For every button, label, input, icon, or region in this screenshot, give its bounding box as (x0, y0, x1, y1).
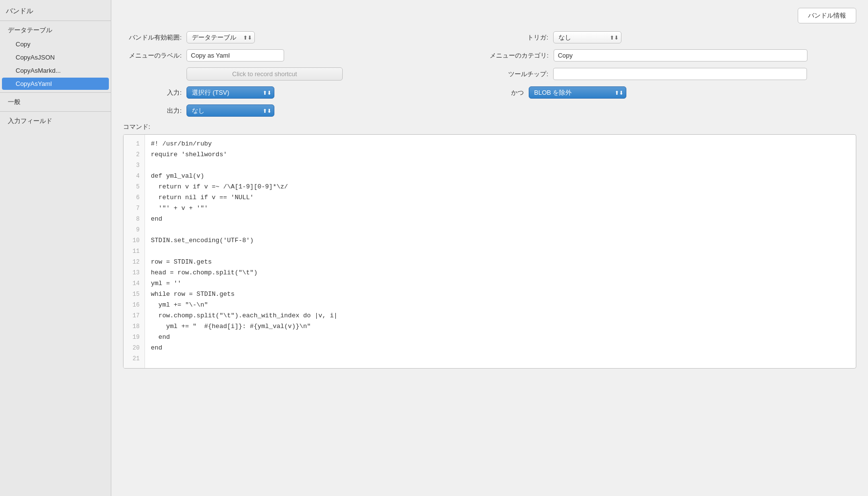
shortcut-control: Click to record shortcut (186, 67, 343, 81)
form-half-shortcut: Click to record shortcut (123, 67, 490, 81)
sidebar-divider-3 (0, 111, 111, 112)
menu-label-input[interactable] (186, 49, 284, 62)
input-filter-katu-label: かつ (490, 88, 529, 97)
form-row-menu: メニューのラベル: メニューのカテゴリ: (123, 49, 856, 62)
input-select[interactable]: 選択行 (TSV) (186, 86, 274, 99)
trigger-select-wrapper: なし ⬆⬇ (553, 31, 621, 43)
form-half-tooltip: ツールチップ: (490, 68, 856, 80)
sidebar-divider-2 (0, 92, 111, 93)
form-row-input: 入力: 選択行 (TSV) ⬆⬇ かつ BLOB を除外 (123, 86, 856, 99)
command-section: コマンド: 123456789101112131415161718192021 … (123, 123, 856, 369)
input-select-wrapper: 選択行 (TSV) ⬆⬇ (186, 86, 274, 99)
menu-label-label: メニューのラベル: (123, 51, 186, 60)
form-half-menu-category: メニューのカテゴリ: (490, 49, 856, 62)
input-label: 入力: (123, 88, 186, 97)
sidebar-item-copyasyaml[interactable]: CopyAsYaml (2, 78, 109, 90)
menu-category-control (554, 49, 807, 62)
line-numbers: 123456789101112131415161718192021 (124, 135, 145, 368)
input-control: 選択行 (TSV) ⬆⬇ (186, 86, 274, 99)
sidebar-section-datatable: データテーブル (0, 23, 111, 38)
scope-select[interactable]: データテーブル (186, 31, 255, 43)
tooltip-input[interactable] (553, 68, 807, 80)
bundle-info-button[interactable]: バンドル情報 (798, 8, 856, 23)
top-bar: バンドル情報 (123, 8, 856, 23)
form-half-input-filter: かつ BLOB を除外 ⬆⬇ (490, 86, 856, 99)
input-filter-select[interactable]: BLOB を除外 (529, 86, 626, 99)
output-control: なし ⬆⬇ (186, 104, 274, 117)
trigger-label: トリガ: (490, 33, 553, 42)
menu-category-input[interactable] (554, 49, 807, 62)
sidebar-top-label: バンドル (0, 4, 111, 19)
output-select[interactable]: なし (186, 104, 274, 117)
form-area: バンドル有効範囲: データテーブル ⬆⬇ トリガ: なし (123, 31, 856, 369)
scope-control: データテーブル ⬆⬇ (186, 31, 255, 43)
scope-label: バンドル有効範囲: (123, 33, 186, 42)
form-half-menu-label: メニューのラベル: (123, 49, 490, 62)
tooltip-label: ツールチップ: (490, 70, 553, 79)
code-content[interactable]: #! /usr/bin/ruby require 'shellwords' de… (145, 135, 856, 368)
scope-select-wrapper: データテーブル ⬆⬇ (186, 31, 255, 43)
form-half-trigger: トリガ: なし ⬆⬇ (490, 31, 856, 43)
sidebar-section-general: 一般 (0, 95, 111, 109)
sidebar-section-input-fields: 入力フィールド (0, 114, 111, 128)
output-select-wrapper: なし ⬆⬇ (186, 104, 274, 117)
sidebar: バンドル データテーブル Copy CopyAsJSON CopyAsMarkd… (0, 0, 111, 496)
form-half-input: 入力: 選択行 (TSV) ⬆⬇ (123, 86, 490, 99)
tooltip-control (553, 68, 807, 80)
input-filter-select-wrapper: BLOB を除外 ⬆⬇ (529, 86, 626, 99)
main-content: バンドル情報 バンドル有効範囲: データテーブル ⬆⬇ トリガ: (111, 0, 868, 496)
input-filter-control: BLOB を除外 ⬆⬇ (529, 86, 626, 99)
form-row-output: 出力: なし ⬆⬇ (123, 104, 856, 117)
menu-label-control (186, 49, 284, 62)
sidebar-item-copy[interactable]: Copy (2, 38, 109, 50)
sidebar-item-copyasmarkd[interactable]: CopyAsMarkd... (2, 64, 109, 77)
form-half-scope: バンドル有効範囲: データテーブル ⬆⬇ (123, 31, 490, 43)
shortcut-button[interactable]: Click to record shortcut (186, 67, 343, 81)
output-label: 出力: (123, 106, 186, 115)
sidebar-item-copyasjson[interactable]: CopyAsJSON (2, 51, 109, 63)
command-label: コマンド: (123, 123, 856, 131)
code-editor[interactable]: 123456789101112131415161718192021 #! /us… (123, 134, 856, 369)
form-row-scope-trigger: バンドル有効範囲: データテーブル ⬆⬇ トリガ: なし (123, 31, 856, 43)
trigger-control: なし ⬆⬇ (553, 31, 621, 43)
sidebar-divider-1 (0, 21, 111, 21)
form-row-shortcut-tooltip: Click to record shortcut ツールチップ: (123, 67, 856, 81)
trigger-select[interactable]: なし (553, 31, 621, 43)
menu-category-label: メニューのカテゴリ: (490, 51, 554, 60)
